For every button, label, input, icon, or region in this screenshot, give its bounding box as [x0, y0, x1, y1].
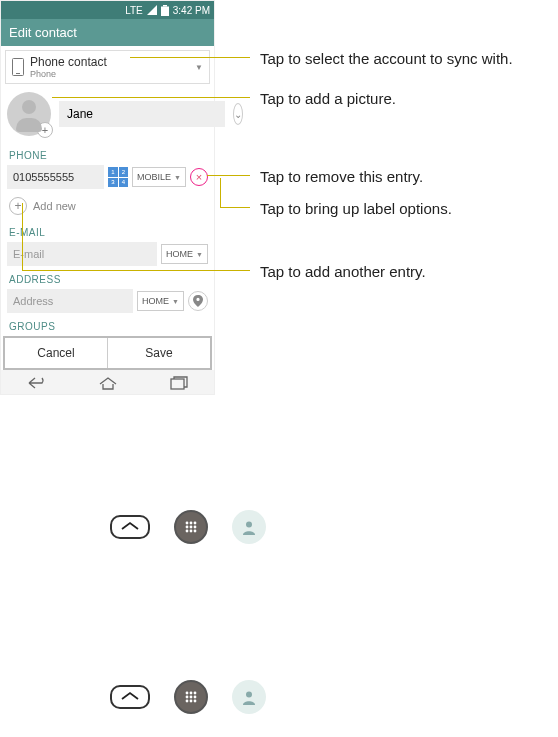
email-type-select[interactable]: HOME ▼ — [161, 244, 208, 264]
svg-rect-4 — [171, 379, 184, 389]
svg-point-7 — [194, 522, 197, 525]
svg-point-10 — [194, 526, 197, 529]
phone-type-label: MOBILE — [137, 172, 171, 182]
email-type-label: HOME — [166, 249, 193, 259]
email-input[interactable] — [7, 242, 157, 266]
svg-point-16 — [190, 692, 193, 695]
callout-remove: Tap to remove this entry. — [260, 168, 423, 185]
recent-icon[interactable] — [170, 376, 188, 390]
svg-rect-1 — [161, 6, 169, 16]
status-bar: LTE 3:42 PM — [1, 1, 214, 19]
callout-account: Tap to select the account to sync with. — [260, 50, 513, 67]
phone-type-select[interactable]: MOBILE ▼ — [132, 167, 186, 187]
remove-entry-button[interactable]: × — [190, 168, 208, 186]
caret-down-icon: ▼ — [172, 298, 179, 305]
phone-outline-icon — [12, 58, 24, 76]
icon-strip-1 — [110, 510, 266, 544]
svg-point-12 — [190, 530, 193, 533]
apps-disc-icon — [174, 510, 208, 544]
svg-point-15 — [186, 692, 189, 695]
nav-bar — [1, 370, 214, 394]
section-label-email: E-MAIL — [1, 221, 214, 240]
caret-down-icon: ▼ — [195, 63, 203, 72]
back-icon[interactable] — [27, 377, 47, 389]
address-type-label: HOME — [142, 296, 169, 306]
caret-down-icon: ▼ — [174, 174, 181, 181]
caret-down-icon: ▼ — [196, 251, 203, 258]
address-input[interactable] — [7, 289, 133, 313]
section-label-address: ADDRESS — [1, 268, 214, 287]
location-button[interactable] — [188, 291, 208, 311]
save-button[interactable]: Save — [107, 338, 210, 368]
name-input[interactable] — [59, 101, 225, 127]
section-label-phone: PHONE — [1, 144, 214, 163]
svg-point-18 — [186, 696, 189, 699]
svg-point-19 — [190, 696, 193, 699]
svg-point-5 — [186, 522, 189, 525]
callout-label: Tap to bring up label options. — [260, 200, 452, 217]
svg-point-14 — [246, 522, 252, 528]
phone-mockup: LTE 3:42 PM Edit contact Phone contact P… — [0, 0, 215, 395]
dialpad-icon[interactable]: 1234 — [108, 167, 128, 187]
account-main-label: Phone contact — [30, 55, 189, 69]
network-label: LTE — [125, 5, 143, 16]
phone-input[interactable] — [7, 165, 104, 189]
chevron-down-icon: ⌄ — [234, 109, 242, 120]
svg-point-17 — [194, 692, 197, 695]
account-selector[interactable]: Phone contact Phone ▼ — [5, 50, 210, 84]
contact-avatar[interactable]: + — [7, 92, 51, 136]
add-new-label: Add new — [33, 200, 76, 212]
svg-point-23 — [194, 700, 197, 703]
home-pill-icon — [110, 515, 150, 539]
map-pin-icon — [193, 295, 203, 307]
plus-icon: + — [14, 199, 21, 213]
account-sub-label: Phone — [30, 69, 189, 79]
svg-point-11 — [186, 530, 189, 533]
apps-disc-icon — [174, 680, 208, 714]
home-pill-icon — [110, 685, 150, 709]
icon-strip-2 — [110, 680, 266, 714]
svg-point-9 — [190, 526, 193, 529]
person-disc-icon — [232, 510, 266, 544]
address-type-select[interactable]: HOME ▼ — [137, 291, 184, 311]
callout-picture: Tap to add a picture. — [260, 90, 396, 107]
clock-label: 3:42 PM — [173, 5, 210, 16]
svg-rect-2 — [13, 59, 24, 76]
section-label-groups: GROUPS — [1, 315, 214, 332]
svg-point-6 — [190, 522, 193, 525]
svg-point-13 — [194, 530, 197, 533]
add-photo-icon[interactable]: + — [37, 122, 53, 138]
leader-line — [220, 178, 221, 208]
action-button-bar: Cancel Save — [3, 336, 212, 370]
svg-point-24 — [246, 692, 252, 698]
home-icon[interactable] — [98, 376, 118, 390]
person-disc-icon — [232, 680, 266, 714]
svg-rect-0 — [163, 5, 167, 7]
svg-rect-3 — [16, 73, 20, 74]
svg-point-22 — [190, 700, 193, 703]
svg-point-8 — [186, 526, 189, 529]
expand-name-button[interactable]: ⌄ — [233, 103, 243, 125]
signal-icon — [147, 5, 157, 15]
close-icon: × — [196, 171, 202, 183]
screen-title: Edit contact — [1, 19, 214, 46]
callout-addnew: Tap to add another entry. — [260, 263, 426, 280]
battery-icon — [161, 5, 169, 16]
cancel-button[interactable]: Cancel — [5, 338, 107, 368]
add-new-button[interactable]: + — [9, 197, 27, 215]
svg-point-20 — [194, 696, 197, 699]
svg-point-21 — [186, 700, 189, 703]
leader-line — [220, 207, 250, 208]
